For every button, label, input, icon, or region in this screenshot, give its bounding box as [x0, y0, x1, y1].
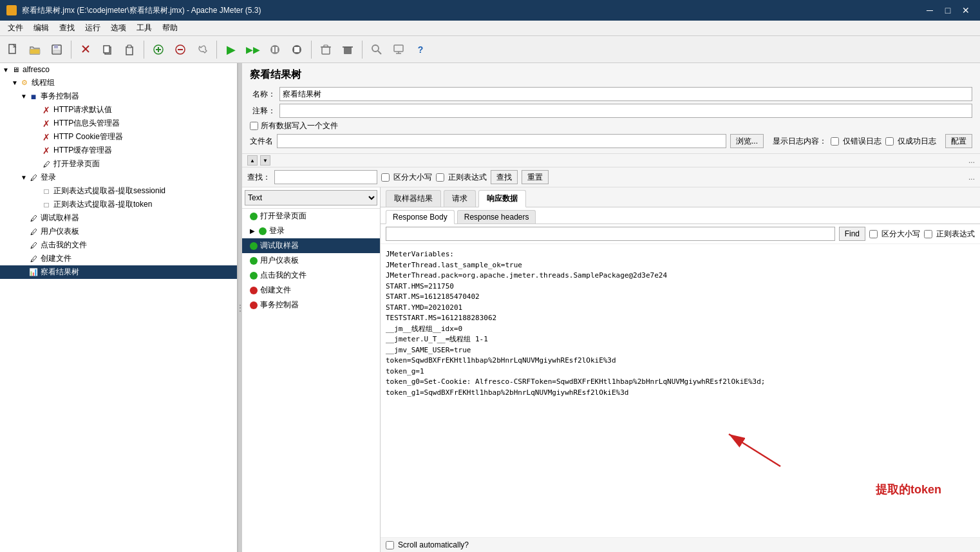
scroll-auto-checkbox[interactable] — [386, 541, 394, 549]
find-regex-checkbox[interactable] — [924, 230, 932, 238]
tree-label-open-login: 打开登录页面 — [53, 158, 234, 169]
log-display-label: 显示日志内容： — [773, 136, 827, 147]
toolbar-wrench-button[interactable] — [192, 39, 212, 60]
tree-item-user-dashboard[interactable]: 🖊 用户仪表板 — [0, 225, 237, 238]
content-tree-my-files[interactable]: 点击我的文件 — [242, 268, 380, 283]
up-arrow-button[interactable]: ▲ — [247, 155, 258, 166]
tree-item-regex-token[interactable]: □ 正则表达式提取器-提取token — [0, 198, 237, 211]
tree-item-open-login[interactable]: 🖊 打开登录页面 — [0, 157, 237, 171]
toolbar-remove-button[interactable] — [170, 39, 191, 60]
tree-item-transaction-controller[interactable]: ▼ ■ 事务控制器 — [0, 90, 237, 103]
find-case-sensitive-checkbox[interactable] — [869, 230, 878, 238]
toolbar-run-button[interactable]: ▶ — [221, 39, 241, 60]
http-defaults-icon: ✗ — [41, 105, 52, 115]
tree-item-login[interactable]: ▼ 🖊 登录 — [0, 171, 237, 184]
tree-item-debug-sampler[interactable]: 🖊 调试取样器 — [0, 211, 237, 225]
tree-item-http-cookie[interactable]: ✗ HTTP Cookie管理器 — [0, 130, 237, 144]
sub-tab-response-body[interactable]: Response Body — [386, 210, 455, 224]
tree-item-view-results[interactable]: 📊 察看结果树 — [0, 265, 237, 279]
format-dropdown[interactable]: Text JSON XML HTML Hex — [245, 190, 377, 205]
window-controls[interactable]: ─ □ ✕ — [922, 3, 974, 18]
search-input[interactable] — [274, 170, 377, 184]
content-tree-open-login[interactable]: 打开登录页面 — [242, 209, 380, 224]
content-tree-user-dashboard[interactable]: 用户仪表板 — [242, 253, 380, 268]
name-label: 名称： — [250, 89, 276, 100]
find-button[interactable]: 查找 — [491, 170, 518, 184]
tab-sampler-result[interactable]: 取样器结果 — [386, 190, 441, 207]
menu-edit[interactable]: 编辑 — [28, 21, 54, 35]
tree-item-regex-sessionid[interactable]: □ 正则表达式提取器-提取sessionid — [0, 184, 237, 198]
minimize-button[interactable]: ─ — [922, 3, 938, 18]
tree-item-alfresco[interactable]: ▼ 🖥 alfresco — [0, 63, 237, 76]
toolbar-clear-all-button[interactable] — [337, 39, 358, 60]
status-dot-debug — [250, 242, 258, 250]
maximize-button[interactable]: □ — [940, 3, 956, 18]
toolbar-cut-button[interactable] — [75, 39, 96, 60]
tree-item-http-defaults[interactable]: ✗ HTTP请求默认值 — [0, 103, 237, 117]
tree-item-http-header[interactable]: ✗ HTTP信息头管理器 — [0, 117, 237, 130]
tree-arrow-transaction: ▼ — [21, 93, 28, 100]
panel-title: 察看结果树 — [250, 68, 972, 82]
only-error-checkbox[interactable] — [831, 137, 839, 146]
toolbar-search-button[interactable] — [366, 39, 387, 60]
svg-rect-28 — [394, 45, 403, 52]
toolbar-paste-button[interactable] — [119, 39, 140, 60]
toolbar-clear-button[interactable] — [316, 39, 336, 60]
menu-bar: 文件 编辑 查找 运行 选项 工具 帮助 — [0, 21, 980, 36]
content-tree-create-file[interactable]: 创建文件 — [242, 283, 380, 298]
toolbar-monitor-button[interactable] — [388, 39, 409, 60]
transaction-icon: ■ — [28, 91, 39, 102]
menu-tools[interactable]: 工具 — [131, 21, 157, 35]
tab-response-data[interactable]: 响应数据 — [478, 190, 526, 207]
find-btn[interactable]: Find — [839, 227, 865, 241]
toolbar-run-no-stop-button[interactable]: ▶▶ — [243, 39, 263, 60]
tree-label-create-file: 创建文件 — [41, 253, 234, 264]
menu-file[interactable]: 文件 — [3, 21, 28, 35]
tree-label-http-cookie: HTTP Cookie管理器 — [53, 131, 234, 142]
case-sensitive-checkbox[interactable] — [381, 173, 390, 182]
close-button[interactable]: ✕ — [958, 3, 974, 18]
toolbar-stop-button[interactable] — [287, 39, 307, 60]
name-input[interactable] — [279, 87, 972, 101]
menu-help[interactable]: 帮助 — [157, 21, 183, 35]
svg-line-27 — [378, 51, 381, 54]
toolbar-open-button[interactable] — [24, 39, 45, 60]
regex-checkbox[interactable] — [436, 173, 444, 182]
content-tree-debug[interactable]: 调试取样器 — [242, 238, 380, 253]
create-file-icon: 🖊 — [28, 254, 39, 264]
tree-item-thread-group[interactable]: ▼ ⚙ 线程组 — [0, 76, 237, 90]
content-tree-login[interactable]: ▶ 登录 — [242, 224, 380, 238]
toolbar-copy-button[interactable] — [97, 39, 118, 60]
all-data-checkbox[interactable] — [250, 122, 258, 130]
toolbar-help-button[interactable]: ? — [410, 39, 431, 60]
menu-options[interactable]: 选项 — [106, 21, 131, 35]
tree-item-create-file[interactable]: 🖊 创建文件 — [0, 252, 237, 265]
only-success-checkbox[interactable] — [885, 137, 894, 146]
right-panel: 察看结果树 名称： 注释： 所有数据写入一个文件 文件名 浏览... 显示日志 — [242, 63, 980, 552]
down-arrow-button[interactable]: ▼ — [260, 155, 270, 166]
comment-input[interactable] — [279, 104, 972, 118]
toolbar-save-button[interactable] — [46, 39, 67, 60]
content-tree-transaction[interactable]: 事务控制器 — [242, 298, 380, 312]
sub-tab-response-headers[interactable]: Response headers — [457, 210, 536, 224]
toolbar-add-button[interactable] — [148, 39, 169, 60]
menu-run[interactable]: 运行 — [80, 21, 106, 35]
toolbar: ▶ ▶▶ ? — [0, 36, 980, 63]
tab-request[interactable]: 请求 — [444, 190, 476, 207]
comment-row: 注释： — [250, 104, 972, 118]
tree-item-http-cache[interactable]: ✗ HTTP缓存管理器 — [0, 144, 237, 157]
login-icon: 🖊 — [28, 173, 39, 183]
browse-button[interactable]: 浏览... — [730, 134, 764, 148]
find-input[interactable] — [386, 227, 835, 241]
configure-button[interactable]: 配置 — [945, 134, 972, 148]
tree-label-regex-sessionid: 正则表达式提取器-提取sessionid — [53, 186, 234, 196]
file-label: 文件名 — [250, 136, 273, 147]
toolbar-new-button[interactable] — [3, 39, 23, 60]
only-error-label: 仅错误日志 — [843, 136, 881, 147]
toolbar-pause-button[interactable] — [265, 39, 285, 60]
reset-button[interactable]: 重置 — [522, 170, 549, 184]
file-input[interactable] — [277, 134, 726, 148]
menu-find[interactable]: 查找 — [54, 21, 80, 35]
tree-item-my-files[interactable]: 🖊 点击我的文件 — [0, 238, 237, 252]
svg-rect-17 — [272, 47, 274, 52]
